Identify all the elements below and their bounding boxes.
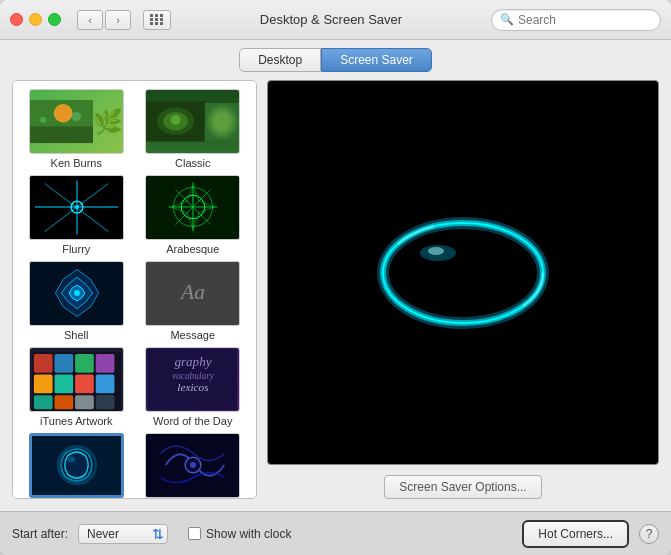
ss-label-classic: Classic bbox=[175, 157, 210, 169]
ss-label-wordofday: Word of the Day bbox=[153, 415, 232, 427]
bottombar: Start after: Never 1 minute 2 minutes 5 … bbox=[0, 511, 671, 555]
maximize-button[interactable] bbox=[48, 13, 61, 26]
forward-button[interactable]: › bbox=[105, 10, 131, 30]
minimize-button[interactable] bbox=[29, 13, 42, 26]
svg-rect-33 bbox=[34, 354, 53, 373]
ss-thumbnail-pearlsaver bbox=[29, 433, 124, 498]
tabbar: Desktop Screen Saver bbox=[0, 40, 671, 80]
list-item[interactable]: Aa Message bbox=[138, 261, 249, 341]
svg-rect-39 bbox=[75, 375, 94, 394]
svg-text:lexicos: lexicos bbox=[178, 381, 210, 393]
svg-rect-37 bbox=[34, 375, 53, 394]
ss-label-kenburns: Ken Burns bbox=[51, 157, 102, 169]
list-item[interactable]: graphy vocabulary lexicos Word of the Da… bbox=[138, 347, 249, 427]
ss-thumbnail-arabesque bbox=[145, 175, 240, 240]
ss-label-message: Message bbox=[170, 329, 215, 341]
screensaver-grid: Ken Burns Classic bbox=[13, 81, 256, 499]
svg-point-4 bbox=[40, 117, 47, 124]
svg-text:Aa: Aa bbox=[179, 280, 205, 304]
ss-thumbnail-flurry bbox=[29, 175, 124, 240]
preview-image bbox=[308, 158, 618, 388]
ss-thumbnail-shell bbox=[29, 261, 124, 326]
traffic-lights bbox=[10, 13, 61, 26]
ss-thumbnail-random bbox=[145, 433, 240, 498]
svg-rect-35 bbox=[75, 354, 94, 373]
svg-point-61 bbox=[428, 247, 444, 255]
svg-rect-43 bbox=[75, 395, 94, 409]
svg-point-2 bbox=[55, 105, 71, 122]
svg-point-5 bbox=[72, 112, 81, 121]
svg-point-16 bbox=[75, 205, 79, 209]
ss-thumbnail-wordofday: graphy vocabulary lexicos bbox=[145, 347, 240, 412]
search-icon: 🔍 bbox=[500, 13, 514, 26]
list-item[interactable]: Shell bbox=[21, 261, 132, 341]
ss-label-arabesque: Arabesque bbox=[166, 243, 219, 255]
start-after-label: Start after: bbox=[12, 527, 68, 541]
svg-point-51 bbox=[67, 457, 74, 463]
preview-area bbox=[267, 80, 659, 465]
ss-label-itunes: iTunes Artwork bbox=[40, 415, 112, 427]
list-item[interactable]: Random bbox=[138, 433, 249, 499]
screensaver-list[interactable]: Ken Burns Classic bbox=[12, 80, 257, 499]
search-box[interactable]: 🔍 bbox=[491, 9, 661, 31]
window: ‹ › Desktop & Screen Saver 🔍 Desktop Scr… bbox=[0, 0, 671, 555]
grid-view-button[interactable] bbox=[143, 10, 171, 30]
list-item[interactable]: Flurry bbox=[21, 175, 132, 255]
window-title: Desktop & Screen Saver bbox=[179, 12, 483, 27]
screensaver-preview: Screen Saver Options... bbox=[267, 80, 659, 499]
main-content: Ken Burns Classic bbox=[0, 80, 671, 511]
back-button[interactable]: ‹ bbox=[77, 10, 103, 30]
list-item[interactable]: Ken Burns bbox=[21, 89, 132, 169]
clock-label: Show with clock bbox=[206, 527, 291, 541]
svg-text:graphy: graphy bbox=[175, 354, 212, 369]
svg-point-9 bbox=[171, 115, 181, 125]
help-button[interactable]: ? bbox=[639, 524, 659, 544]
svg-rect-38 bbox=[54, 375, 73, 394]
start-after-select-wrapper: Never 1 minute 2 minutes 5 minutes 10 mi… bbox=[78, 524, 168, 544]
ss-thumbnail-classic bbox=[145, 89, 240, 154]
ss-label-shell: Shell bbox=[64, 329, 88, 341]
ss-label-flurry: Flurry bbox=[62, 243, 90, 255]
svg-rect-36 bbox=[95, 354, 114, 373]
svg-rect-41 bbox=[34, 395, 53, 409]
svg-rect-42 bbox=[54, 395, 73, 409]
screen-saver-options-button[interactable]: Screen Saver Options... bbox=[384, 475, 541, 499]
clock-checkbox[interactable] bbox=[188, 527, 201, 540]
svg-point-54 bbox=[190, 462, 196, 468]
tab-screensaver[interactable]: Screen Saver bbox=[321, 48, 432, 72]
hot-corners-button[interactable]: Hot Corners... bbox=[522, 520, 629, 548]
svg-rect-55 bbox=[308, 158, 618, 388]
show-with-clock: Show with clock bbox=[188, 527, 291, 541]
list-item[interactable]: PearlSaver bbox=[21, 433, 132, 499]
list-item[interactable]: iTunes Artwork bbox=[21, 347, 132, 427]
svg-point-29 bbox=[74, 290, 80, 296]
titlebar: ‹ › Desktop & Screen Saver 🔍 bbox=[0, 0, 671, 40]
list-item[interactable]: Classic bbox=[138, 89, 249, 169]
svg-rect-44 bbox=[95, 395, 114, 409]
svg-rect-40 bbox=[95, 375, 114, 394]
nav-buttons: ‹ › bbox=[77, 10, 131, 30]
close-button[interactable] bbox=[10, 13, 23, 26]
list-item[interactable]: Arabesque bbox=[138, 175, 249, 255]
start-after-select[interactable]: Never 1 minute 2 minutes 5 minutes 10 mi… bbox=[78, 524, 168, 544]
search-input[interactable] bbox=[518, 13, 652, 27]
tab-desktop[interactable]: Desktop bbox=[239, 48, 321, 72]
svg-text:vocabulary: vocabulary bbox=[172, 371, 215, 381]
ss-thumbnail-message: Aa bbox=[145, 261, 240, 326]
svg-rect-3 bbox=[30, 126, 93, 143]
ss-thumbnail-itunes bbox=[29, 347, 124, 412]
svg-rect-34 bbox=[54, 354, 73, 373]
ss-thumbnail-kenburns bbox=[29, 89, 124, 154]
